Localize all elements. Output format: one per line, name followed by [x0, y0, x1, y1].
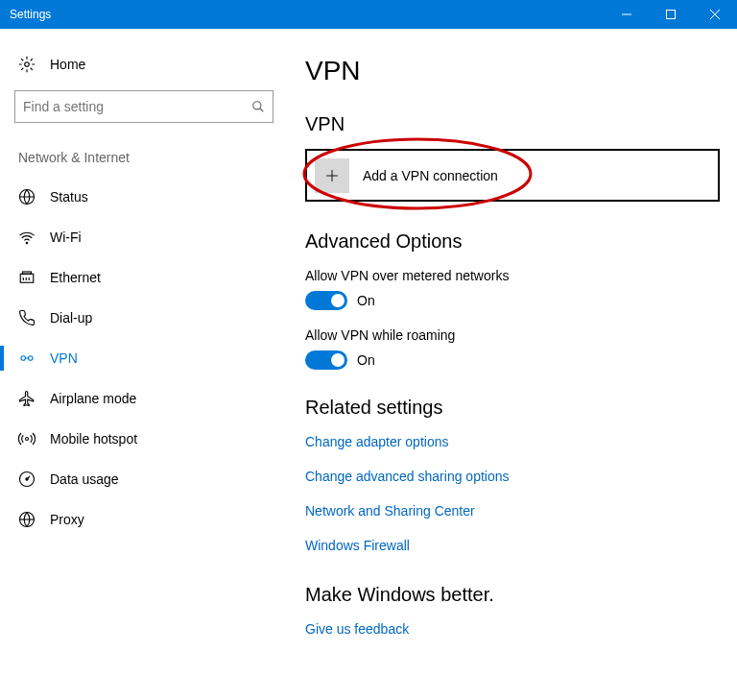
svg-rect-9 — [20, 274, 34, 282]
vpn-icon — [18, 350, 36, 367]
svg-line-6 — [260, 109, 264, 112]
sidebar-section-label: Network & Internet — [14, 150, 273, 177]
sidebar: Home Network & Internet Status Wi-Fi — [0, 29, 288, 700]
main-content: VPN VPN Add a VPN connection Advanced Op… — [288, 29, 737, 700]
feedback-title: Make Windows better. — [305, 584, 720, 606]
sidebar-item-label: Status — [50, 189, 88, 205]
add-vpn-button[interactable]: Add a VPN connection — [305, 149, 720, 202]
svg-point-18 — [26, 438, 29, 441]
related-settings-title: Related settings — [305, 397, 720, 419]
toggle-value: On — [357, 352, 375, 368]
svg-point-4 — [25, 62, 30, 67]
sidebar-item-label: Wi-Fi — [50, 229, 82, 245]
toggle-roaming[interactable] — [305, 350, 347, 370]
svg-point-5 — [253, 102, 261, 109]
add-vpn-label: Add a VPN connection — [363, 168, 498, 183]
sidebar-item-label: Ethernet — [50, 270, 101, 285]
svg-rect-10 — [23, 272, 32, 274]
sidebar-item-label: Dial-up — [50, 310, 92, 326]
search-icon — [251, 100, 265, 113]
toggle-metered[interactable] — [305, 291, 347, 310]
sidebar-item-hotspot[interactable]: Mobile hotspot — [14, 419, 273, 459]
close-button[interactable] — [693, 0, 737, 29]
toggle-value: On — [357, 293, 375, 308]
sidebar-item-label: VPN — [50, 350, 78, 366]
svg-point-21 — [26, 478, 28, 480]
status-icon — [18, 188, 36, 205]
airplane-icon — [18, 390, 36, 407]
search-field[interactable] — [23, 99, 251, 114]
minimize-button[interactable] — [605, 0, 649, 29]
wifi-icon — [18, 229, 36, 246]
titlebar: Settings — [0, 0, 737, 29]
gauge-icon — [18, 471, 36, 488]
feedback-link[interactable]: Give us feedback — [305, 621, 720, 637]
setting-label: Allow VPN while roaming — [305, 327, 720, 343]
setting-label: Allow VPN over metered networks — [305, 268, 720, 283]
svg-point-8 — [26, 242, 28, 244]
maximize-button[interactable] — [649, 0, 693, 29]
setting-roaming: Allow VPN while roaming On — [305, 327, 720, 370]
sidebar-item-ethernet[interactable]: Ethernet — [14, 257, 273, 298]
home-label: Home — [50, 57, 85, 72]
sidebar-item-proxy[interactable]: Proxy — [14, 499, 273, 540]
svg-point-15 — [21, 356, 26, 361]
plus-icon — [315, 158, 349, 193]
sidebar-item-label: Mobile hotspot — [50, 431, 137, 447]
advanced-options-title: Advanced Options — [305, 230, 720, 253]
ethernet-icon — [18, 269, 36, 286]
hotspot-icon — [18, 430, 36, 447]
sidebar-item-wifi[interactable]: Wi-Fi — [14, 217, 273, 257]
sidebar-item-airplane[interactable]: Airplane mode — [14, 378, 273, 419]
svg-rect-1 — [667, 11, 676, 19]
sidebar-item-datausage[interactable]: Data usage — [14, 459, 273, 499]
phone-icon — [18, 309, 36, 326]
sidebar-item-label: Airplane mode — [50, 391, 136, 406]
link-sharing-center[interactable]: Network and Sharing Center — [305, 503, 720, 519]
sidebar-item-vpn[interactable]: VPN — [14, 338, 273, 378]
sidebar-item-label: Data usage — [50, 471, 119, 487]
search-input[interactable] — [14, 90, 273, 123]
gear-icon — [18, 56, 36, 73]
sidebar-item-label: Proxy — [50, 512, 84, 527]
titlebar-title: Settings — [0, 8, 51, 21]
home-button[interactable]: Home — [14, 48, 273, 90]
link-firewall[interactable]: Windows Firewall — [305, 538, 720, 553]
link-adapter-options[interactable]: Change adapter options — [305, 434, 720, 449]
sidebar-item-status[interactable]: Status — [14, 177, 273, 217]
svg-point-16 — [29, 356, 34, 361]
vpn-heading: VPN — [305, 113, 720, 135]
page-title: VPN — [305, 56, 720, 86]
titlebar-controls — [605, 0, 737, 29]
link-sharing-options[interactable]: Change advanced sharing options — [305, 469, 720, 484]
setting-metered: Allow VPN over metered networks On — [305, 268, 720, 310]
sidebar-item-dialup[interactable]: Dial-up — [14, 298, 273, 338]
globe-icon — [18, 511, 36, 528]
